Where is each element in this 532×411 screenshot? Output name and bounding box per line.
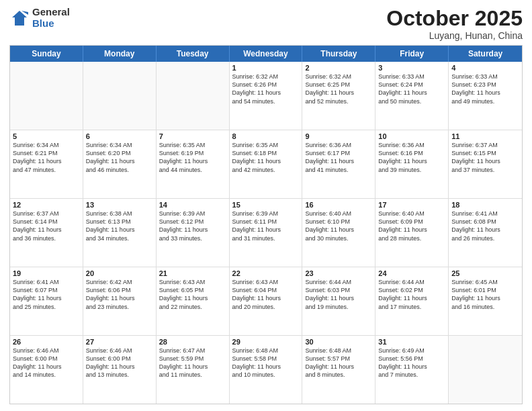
day-number: 16 [305, 201, 372, 209]
day-info: Sunrise: 6:33 AM Sunset: 6:24 PM Dayligh… [378, 73, 445, 105]
calendar-title: October 2025 [386, 7, 523, 30]
day-info: Sunrise: 6:33 AM Sunset: 6:23 PM Dayligh… [451, 73, 519, 105]
logo-text: General Blue [32, 7, 70, 29]
day-number: 19 [13, 269, 80, 277]
day-info: Sunrise: 6:46 AM Sunset: 6:00 PM Dayligh… [86, 347, 153, 379]
day-number: 28 [159, 338, 226, 346]
calendar-day-6: 6Sunrise: 6:34 AM Sunset: 6:20 PM Daylig… [83, 130, 157, 198]
day-info: Sunrise: 6:36 AM Sunset: 6:17 PM Dayligh… [305, 141, 372, 174]
calendar-day-30: 30Sunrise: 6:48 AM Sunset: 5:57 PM Dayli… [302, 336, 375, 404]
day-number: 20 [86, 269, 153, 277]
header: General Blue October 2025 Luyang, Hunan,… [9, 7, 523, 41]
calendar-day-7: 7Sunrise: 6:35 AM Sunset: 6:19 PM Daylig… [157, 130, 230, 198]
header-day-sunday: Sunday [10, 46, 83, 62]
day-number: 17 [378, 201, 445, 209]
calendar-day-21: 21Sunrise: 6:43 AM Sunset: 6:05 PM Dayli… [157, 267, 230, 335]
calendar-week-4: 19Sunrise: 6:41 AM Sunset: 6:07 PM Dayli… [10, 267, 522, 336]
calendar-day-27: 27Sunrise: 6:46 AM Sunset: 6:00 PM Dayli… [83, 336, 157, 404]
calendar-week-1: 1Sunrise: 6:32 AM Sunset: 6:26 PM Daylig… [10, 62, 522, 130]
calendar: SundayMondayTuesdayWednesdayThursdayFrid… [9, 45, 523, 404]
header-day-wednesday: Wednesday [230, 46, 303, 62]
title-block: October 2025 Luyang, Hunan, China [386, 7, 523, 41]
calendar-week-5: 26Sunrise: 6:46 AM Sunset: 6:00 PM Dayli… [10, 336, 522, 404]
calendar-header-row: SundayMondayTuesdayWednesdayThursdayFrid… [10, 46, 522, 62]
calendar-day-29: 29Sunrise: 6:48 AM Sunset: 5:58 PM Dayli… [230, 336, 303, 404]
calendar-day-19: 19Sunrise: 6:41 AM Sunset: 6:07 PM Dayli… [10, 267, 83, 335]
calendar-day-10: 10Sunrise: 6:36 AM Sunset: 6:16 PM Dayli… [375, 130, 449, 198]
day-number: 22 [232, 269, 300, 277]
day-number: 3 [378, 64, 445, 72]
day-info: Sunrise: 6:40 AM Sunset: 6:10 PM Dayligh… [305, 210, 372, 242]
day-number: 7 [159, 132, 226, 140]
day-number: 13 [86, 201, 153, 209]
calendar-day-17: 17Sunrise: 6:40 AM Sunset: 6:09 PM Dayli… [375, 199, 449, 267]
calendar-day-26: 26Sunrise: 6:46 AM Sunset: 6:00 PM Dayli… [10, 336, 83, 404]
day-number: 25 [451, 269, 519, 277]
day-info: Sunrise: 6:43 AM Sunset: 6:04 PM Dayligh… [232, 278, 300, 311]
calendar-day-12: 12Sunrise: 6:37 AM Sunset: 6:14 PM Dayli… [10, 199, 83, 267]
page: General Blue October 2025 Luyang, Hunan,… [0, 0, 532, 411]
day-info: Sunrise: 6:36 AM Sunset: 6:16 PM Dayligh… [378, 141, 445, 174]
day-info: Sunrise: 6:44 AM Sunset: 6:02 PM Dayligh… [378, 278, 445, 311]
header-day-tuesday: Tuesday [157, 46, 230, 62]
svg-marker-0 [12, 11, 27, 26]
day-number: 26 [13, 338, 80, 346]
day-info: Sunrise: 6:35 AM Sunset: 6:19 PM Dayligh… [159, 141, 226, 174]
day-info: Sunrise: 6:34 AM Sunset: 6:21 PM Dayligh… [13, 141, 80, 174]
day-info: Sunrise: 6:41 AM Sunset: 6:07 PM Dayligh… [13, 278, 80, 311]
calendar-day-3: 3Sunrise: 6:33 AM Sunset: 6:24 PM Daylig… [375, 62, 449, 130]
calendar-empty-cell [10, 62, 83, 130]
day-number: 12 [13, 201, 80, 209]
logo: General Blue [9, 7, 70, 29]
calendar-empty-cell [83, 62, 157, 130]
day-info: Sunrise: 6:41 AM Sunset: 6:08 PM Dayligh… [451, 210, 519, 242]
day-number: 8 [232, 132, 300, 140]
logo-icon [9, 8, 30, 28]
day-info: Sunrise: 6:42 AM Sunset: 6:06 PM Dayligh… [86, 278, 153, 311]
calendar-day-16: 16Sunrise: 6:40 AM Sunset: 6:10 PM Dayli… [302, 199, 375, 267]
header-day-monday: Monday [83, 46, 157, 62]
logo-general-text: General [32, 7, 70, 18]
calendar-day-23: 23Sunrise: 6:44 AM Sunset: 6:03 PM Dayli… [302, 267, 375, 335]
day-number: 21 [159, 269, 226, 277]
calendar-day-31: 31Sunrise: 6:49 AM Sunset: 5:56 PM Dayli… [375, 336, 449, 404]
calendar-day-9: 9Sunrise: 6:36 AM Sunset: 6:17 PM Daylig… [302, 130, 375, 198]
day-info: Sunrise: 6:37 AM Sunset: 6:15 PM Dayligh… [451, 141, 519, 174]
day-info: Sunrise: 6:40 AM Sunset: 6:09 PM Dayligh… [378, 210, 445, 242]
day-number: 29 [232, 338, 300, 346]
calendar-day-2: 2Sunrise: 6:32 AM Sunset: 6:25 PM Daylig… [302, 62, 375, 130]
header-day-friday: Friday [375, 46, 449, 62]
calendar-day-5: 5Sunrise: 6:34 AM Sunset: 6:21 PM Daylig… [10, 130, 83, 198]
calendar-day-25: 25Sunrise: 6:45 AM Sunset: 6:01 PM Dayli… [449, 267, 522, 335]
calendar-location: Luyang, Hunan, China [386, 30, 523, 41]
day-number: 30 [305, 338, 372, 346]
day-number: 11 [451, 132, 519, 140]
day-info: Sunrise: 6:43 AM Sunset: 6:05 PM Dayligh… [159, 278, 226, 311]
calendar-day-20: 20Sunrise: 6:42 AM Sunset: 6:06 PM Dayli… [83, 267, 157, 335]
day-number: 24 [378, 269, 445, 277]
day-number: 6 [86, 132, 153, 140]
day-number: 14 [159, 201, 226, 209]
calendar-day-15: 15Sunrise: 6:39 AM Sunset: 6:11 PM Dayli… [230, 199, 303, 267]
calendar-day-11: 11Sunrise: 6:37 AM Sunset: 6:15 PM Dayli… [449, 130, 522, 198]
day-info: Sunrise: 6:38 AM Sunset: 6:13 PM Dayligh… [86, 210, 153, 242]
header-day-saturday: Saturday [449, 46, 522, 62]
calendar-day-24: 24Sunrise: 6:44 AM Sunset: 6:02 PM Dayli… [375, 267, 449, 335]
day-number: 1 [232, 64, 300, 72]
day-info: Sunrise: 6:48 AM Sunset: 5:57 PM Dayligh… [305, 347, 372, 379]
day-number: 27 [86, 338, 153, 346]
day-info: Sunrise: 6:47 AM Sunset: 5:59 PM Dayligh… [159, 347, 226, 379]
calendar-day-22: 22Sunrise: 6:43 AM Sunset: 6:04 PM Dayli… [230, 267, 303, 335]
day-info: Sunrise: 6:39 AM Sunset: 6:11 PM Dayligh… [232, 210, 300, 242]
calendar-week-3: 12Sunrise: 6:37 AM Sunset: 6:14 PM Dayli… [10, 199, 522, 267]
day-info: Sunrise: 6:44 AM Sunset: 6:03 PM Dayligh… [305, 278, 372, 311]
header-day-thursday: Thursday [302, 46, 375, 62]
day-info: Sunrise: 6:32 AM Sunset: 6:25 PM Dayligh… [305, 73, 372, 105]
day-number: 15 [232, 201, 300, 209]
calendar-day-13: 13Sunrise: 6:38 AM Sunset: 6:13 PM Dayli… [83, 199, 157, 267]
day-number: 4 [451, 64, 519, 72]
day-info: Sunrise: 6:37 AM Sunset: 6:14 PM Dayligh… [13, 210, 80, 242]
calendar-body: 1Sunrise: 6:32 AM Sunset: 6:26 PM Daylig… [10, 62, 522, 404]
day-info: Sunrise: 6:45 AM Sunset: 6:01 PM Dayligh… [451, 278, 519, 311]
calendar-day-18: 18Sunrise: 6:41 AM Sunset: 6:08 PM Dayli… [449, 199, 522, 267]
